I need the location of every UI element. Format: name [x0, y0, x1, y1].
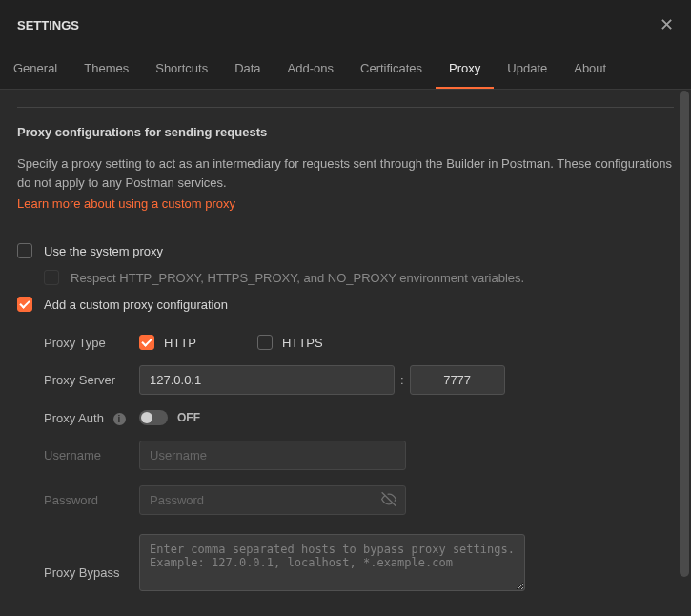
tab-update[interactable]: Update — [494, 50, 560, 89]
respect-env-checkbox — [44, 270, 59, 285]
info-icon[interactable]: i — [113, 413, 126, 425]
username-input[interactable] — [139, 441, 406, 470]
tab-shortcuts[interactable]: Shortcuts — [142, 50, 221, 89]
add-custom-proxy-label: Add a custom proxy configuration — [44, 298, 228, 312]
proxy-auth-row: Proxy Auth i OFF — [44, 410, 674, 425]
proxy-bypass-textarea[interactable] — [139, 534, 525, 591]
section-description: Specify a proxy setting to act as an int… — [17, 154, 674, 193]
tab-themes[interactable]: Themes — [71, 50, 142, 89]
proxy-server-row: Proxy Server : — [44, 365, 674, 395]
http-label: HTTP — [164, 336, 196, 350]
add-custom-proxy-row: Add a custom proxy configuration — [17, 297, 674, 312]
proxy-host-input[interactable] — [139, 365, 395, 395]
http-checkbox[interactable] — [139, 335, 154, 350]
eye-off-icon[interactable] — [381, 491, 396, 509]
username-row: Username — [44, 441, 674, 470]
proxy-auth-label: Proxy Auth i — [44, 411, 139, 425]
learn-more-link[interactable]: Learn more about using a custom proxy — [17, 196, 235, 211]
tab-certificates[interactable]: Certificates — [347, 50, 436, 89]
respect-env-row: Respect HTTP_PROXY, HTTPS_PROXY, and NO_… — [44, 270, 674, 285]
tab-data[interactable]: Data — [221, 50, 274, 89]
respect-env-label: Respect HTTP_PROXY, HTTPS_PROXY, and NO_… — [71, 271, 524, 285]
proxy-auth-toggle-label: OFF — [177, 411, 200, 424]
host-port-separator: : — [400, 373, 404, 387]
proxy-auth-toggle-wrap: OFF — [139, 410, 200, 425]
use-system-proxy-checkbox[interactable] — [17, 243, 32, 258]
use-system-proxy-label: Use the system proxy — [44, 244, 163, 258]
https-checkbox[interactable] — [257, 335, 273, 350]
proxy-port-input[interactable] — [410, 365, 505, 395]
tab-proxy[interactable]: Proxy — [436, 50, 494, 89]
close-icon[interactable]: ✕ — [660, 14, 674, 35]
proxy-settings-panel: Proxy configurations for sending request… — [0, 90, 691, 615]
proxy-auth-toggle[interactable] — [139, 410, 168, 425]
settings-title: SETTINGS — [17, 18, 79, 32]
divider — [17, 107, 674, 108]
password-label: Password — [44, 493, 139, 507]
http-option: HTTP — [139, 335, 196, 350]
add-custom-proxy-checkbox[interactable] — [17, 297, 32, 312]
proxy-bypass-row: Proxy Bypass — [44, 534, 674, 591]
scrollbar-thumb[interactable] — [680, 91, 689, 577]
section-title: Proxy configurations for sending request… — [17, 125, 674, 139]
proxy-server-label: Proxy Server — [44, 373, 139, 387]
use-system-proxy-row: Use the system proxy — [17, 243, 674, 258]
proxy-type-label: Proxy Type — [44, 336, 139, 350]
tab-addons[interactable]: Add-ons — [274, 50, 347, 89]
custom-proxy-form: Proxy Type HTTP HTTPS Proxy Server : Pro… — [44, 335, 674, 591]
proxy-type-row: Proxy Type HTTP HTTPS — [44, 335, 674, 350]
settings-header: SETTINGS ✕ — [0, 0, 691, 50]
username-label: Username — [44, 448, 139, 462]
password-row: Password — [44, 485, 674, 515]
settings-tabs: General Themes Shortcuts Data Add-ons Ce… — [0, 50, 691, 90]
tab-about[interactable]: About — [560, 50, 620, 89]
password-input[interactable] — [139, 485, 406, 515]
proxy-bypass-label: Proxy Bypass — [44, 546, 139, 580]
https-option: HTTPS — [257, 335, 323, 350]
https-label: HTTPS — [282, 336, 323, 350]
tab-general[interactable]: General — [0, 50, 71, 89]
